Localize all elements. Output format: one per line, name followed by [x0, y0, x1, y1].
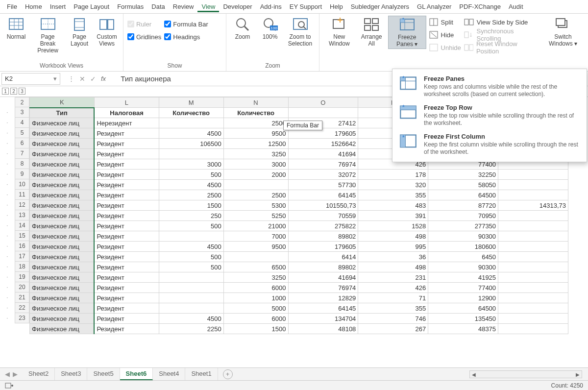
fx-icon[interactable]: fx: [101, 75, 106, 82]
split-button[interactable]: Split: [429, 17, 461, 27]
zoom-selection-button[interactable]: Zoom to Selection: [285, 16, 315, 48]
cancel-icon[interactable]: ✕: [79, 75, 85, 83]
next-sheet-icon[interactable]: ▶: [13, 370, 18, 378]
row-header[interactable]: 5: [15, 128, 29, 138]
table-row[interactable]: Физическое лицРезидент1000128297112900: [30, 293, 568, 303]
switch-windows-button[interactable]: Switch Windows ▾: [542, 16, 584, 48]
formula-bar-input[interactable]: Тип акционера: [121, 74, 171, 83]
freeze-option-0[interactable]: *Freeze PanesKeep rows and columns visib…: [392, 72, 587, 101]
menu-insert[interactable]: Insert: [46, 1, 70, 12]
table-row[interactable]: Физическое лицРезидент450060001347047461…: [30, 314, 568, 324]
headings-checkbox[interactable]: Headings: [164, 31, 208, 42]
menu-audit[interactable]: Audit: [505, 1, 527, 12]
sheet-tab-sheet5[interactable]: Sheet5: [87, 368, 120, 380]
col-header-O[interactable]: O: [288, 98, 358, 108]
prev-sheet-icon[interactable]: ◀: [5, 370, 10, 378]
menu-home[interactable]: Home: [21, 1, 46, 12]
menu-add-ins[interactable]: Add-ins: [256, 1, 286, 12]
formula-bar-checkbox[interactable]: Formula Bar: [164, 19, 208, 29]
table-row[interactable]: Физическое лицРезидент250025006414535564…: [30, 190, 568, 200]
row-header[interactable]: 15: [15, 231, 29, 241]
sheet-tab-sheet6[interactable]: Sheet6: [120, 368, 153, 380]
row-header[interactable]: 13: [15, 210, 29, 220]
table-row[interactable]: Физическое лицРезидент50006414535564500: [30, 303, 568, 314]
col-header-K[interactable]: K: [30, 98, 95, 108]
row-header[interactable]: 3: [15, 107, 29, 118]
table-row[interactable]: Физическое лицРезидент45005773032058050: [30, 180, 568, 190]
row-header[interactable]: 6: [15, 138, 29, 148]
page-layout-button[interactable]: Page Layout: [67, 16, 92, 48]
sheet-tab-sheet4[interactable]: Sheet4: [153, 368, 185, 380]
table-row[interactable]: Физическое лицРезидент5006414366450: [30, 252, 568, 262]
menu-review[interactable]: Review: [169, 1, 198, 12]
row-header[interactable]: 7: [15, 148, 29, 159]
record-icon[interactable]: [5, 382, 14, 389]
gridlines-checkbox[interactable]: Gridlines: [127, 31, 161, 42]
menu-data[interactable]: Data: [147, 1, 169, 12]
add-sheet-button[interactable]: +: [223, 369, 233, 379]
row-header[interactable]: 17: [15, 251, 29, 262]
outline-level-1[interactable]: 1: [2, 88, 9, 95]
row-header[interactable]: 18: [15, 262, 29, 272]
new-window-button[interactable]: New Window: [323, 16, 355, 48]
normal-view-button[interactable]: Normal: [4, 16, 28, 41]
side-by-side-button[interactable]: View Side by Side: [464, 17, 539, 27]
row-header[interactable]: 10: [15, 179, 29, 190]
menu-subledger-analyzers[interactable]: Subledger Analyzers: [347, 1, 413, 12]
hide-button[interactable]: Hide: [429, 29, 461, 40]
table-row[interactable]: Физическое лицРезидент500200032072178322…: [30, 170, 568, 180]
table-row[interactable]: Физическое лицРезидент450095001796059951…: [30, 242, 568, 252]
options-icon[interactable]: ⋮: [68, 75, 74, 82]
col-header-M[interactable]: M: [159, 98, 223, 108]
scroll-right-icon[interactable]: ▶: [574, 371, 582, 378]
menu-formulas[interactable]: Formulas: [113, 1, 147, 12]
row-header[interactable]: 19: [15, 272, 29, 282]
table-row[interactable]: Физическое лицРезидент225015004810826748…: [30, 324, 568, 334]
menu-file[interactable]: File: [3, 1, 21, 12]
sheet-tab-sheet2[interactable]: Sheet2: [23, 368, 55, 380]
zoom-100-button[interactable]: 100 100%: [258, 16, 282, 41]
menu-pdf-xchange[interactable]: PDF-XChange: [455, 1, 505, 12]
table-row[interactable]: Физическое лицРезидент60007697442677400: [30, 283, 568, 293]
table-row[interactable]: Физическое лицРезидент70008980249890300: [30, 231, 568, 242]
menu-gl-analyzer[interactable]: GL Analyzer: [413, 1, 455, 12]
table-row[interactable]: Физическое лицРезидент250525070559391709…: [30, 211, 568, 221]
row-header[interactable]: 12: [15, 200, 29, 210]
menu-developer[interactable]: Developer: [219, 1, 256, 12]
outline-level-2[interactable]: 2: [10, 88, 17, 95]
freeze-option-2[interactable]: *Freeze First ColumnKeep the first colum…: [392, 130, 587, 159]
horizontal-scrollbar[interactable]: ◀ ▶: [469, 370, 582, 378]
zoom-button[interactable]: Zoom: [230, 16, 255, 41]
row-header[interactable]: 9: [15, 169, 29, 179]
freeze-panes-button[interactable]: * Freeze Panes ▾: [388, 16, 426, 49]
freeze-option-1[interactable]: *Freeze Top RowKeep the top row visible …: [392, 101, 587, 130]
menu-view[interactable]: View: [197, 1, 219, 12]
row-header[interactable]: 23: [15, 313, 29, 323]
row-header[interactable]: 21: [15, 292, 29, 303]
custom-views-button[interactable]: Custom Views: [95, 16, 119, 48]
row-header[interactable]: 11: [15, 190, 29, 200]
sheet-tab-sheet3[interactable]: Sheet3: [55, 368, 87, 380]
row-header[interactable]: 20: [15, 282, 29, 292]
name-box[interactable]: K2▾: [1, 73, 60, 85]
check-icon[interactable]: ✓: [90, 75, 96, 83]
table-row[interactable]: Физическое лицРезидент500650089802498903…: [30, 262, 568, 272]
row-header[interactable]: 14: [15, 220, 29, 231]
row-header[interactable]: 8: [15, 159, 29, 169]
menu-ey-support[interactable]: EY Support: [286, 1, 326, 12]
table-row[interactable]: Физическое лицРезидент32504169423141925: [30, 272, 568, 283]
scroll-left-icon[interactable]: ◀: [470, 371, 478, 378]
ruler-checkbox[interactable]: Ruler: [127, 19, 161, 29]
col-header-N[interactable]: N: [223, 98, 288, 108]
row-header[interactable]: 22: [15, 303, 29, 313]
table-row[interactable]: Физическое лицРезидент15005300101550,734…: [30, 200, 568, 211]
menu-page-layout[interactable]: Page Layout: [70, 1, 113, 12]
row-header[interactable]: 16: [15, 241, 29, 251]
col-header-L[interactable]: L: [94, 98, 159, 108]
row-header[interactable]: 2: [15, 97, 29, 107]
arrange-all-button[interactable]: Arrange All: [358, 16, 385, 48]
outline-level-3[interactable]: 3: [19, 88, 25, 95]
page-break-button[interactable]: Page Break Preview: [31, 16, 64, 55]
menu-help[interactable]: Help: [326, 1, 347, 12]
row-header[interactable]: 4: [15, 118, 29, 128]
